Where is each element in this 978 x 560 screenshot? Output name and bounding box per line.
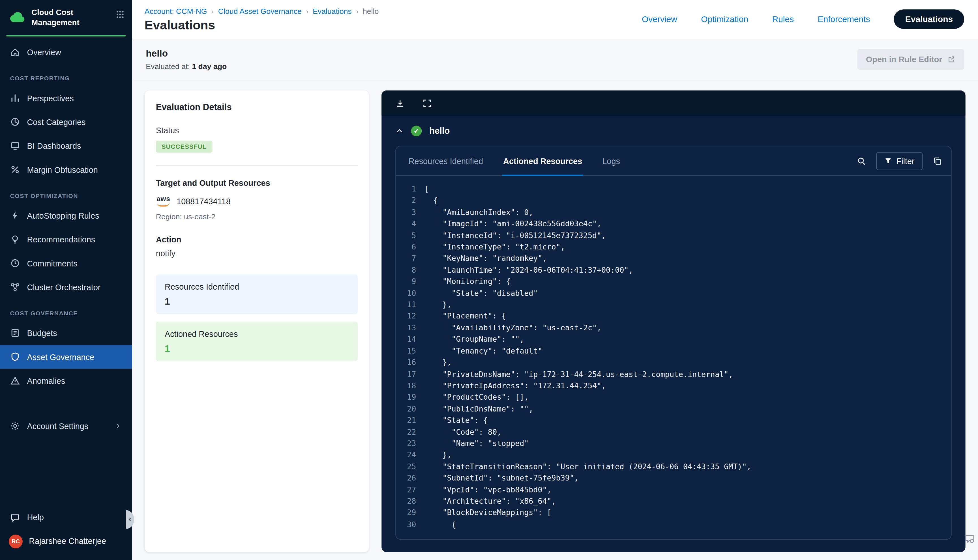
- code-line: 14 "GroupName": "",: [396, 334, 951, 345]
- evaluated-at-value: 1 day ago: [192, 62, 227, 71]
- code-line: 10 "State": "disabled": [396, 288, 951, 299]
- line-content: "PublicDnsName": "",: [424, 403, 533, 415]
- target-resources-label: Target and Output Resources: [156, 178, 358, 188]
- module-switcher-icon[interactable]: [116, 10, 125, 19]
- line-content: "Code": 80,: [424, 426, 501, 438]
- line-number: 15: [396, 345, 416, 357]
- line-content: "Architecture": "x86_64",: [424, 495, 556, 507]
- nav-link-optimization[interactable]: Optimization: [701, 15, 748, 24]
- code-line: 11 },: [396, 299, 951, 310]
- sidebar-item-autostopping-rules[interactable]: AutoStopping Rules: [0, 203, 132, 227]
- sidebar-item-label: Asset Governance: [27, 352, 95, 362]
- tab-resources-identified[interactable]: Resources Identified: [407, 147, 484, 175]
- code-line: 1[: [396, 183, 951, 195]
- aws-account-row: aws 108817434118: [156, 195, 358, 207]
- tab-logs[interactable]: Logs: [601, 147, 621, 175]
- sidebar-item-account-settings[interactable]: Account Settings: [0, 414, 132, 438]
- copy-icon[interactable]: [933, 156, 942, 165]
- open-rule-editor-label: Open in Rule Editor: [866, 55, 942, 64]
- support-chat-icon[interactable]: [964, 533, 975, 544]
- line-content: "ImageId": "ami-002438e556dd03e4c",: [424, 218, 601, 230]
- search-icon[interactable]: [857, 156, 866, 165]
- line-content: "VpcId": "vpc-bb845bd0",: [424, 484, 551, 495]
- line-content: "InstanceType": "t2.micro",: [424, 241, 565, 253]
- sidebar-item-budgets[interactable]: Budgets: [0, 321, 132, 345]
- section-label-cost-reporting: COST REPORTING: [0, 64, 132, 86]
- nav-link-rules[interactable]: Rules: [772, 15, 794, 24]
- stat-value: 1: [165, 343, 349, 354]
- fullscreen-icon[interactable]: [422, 98, 432, 108]
- code-line: 30 {: [396, 519, 951, 530]
- line-content: "PrivateIpAddress": "172.31.44.254",: [424, 380, 606, 392]
- line-number: 17: [396, 368, 416, 380]
- sidebar-item-perspectives[interactable]: Perspectives: [0, 86, 132, 110]
- line-content: },: [424, 449, 451, 461]
- evaluation-details-card: Evaluation Details Status SUCCESSFUL Tar…: [145, 90, 369, 552]
- breadcrumb-governance[interactable]: Cloud Asset Governance: [218, 7, 302, 15]
- code-line: 27 "VpcId": "vpc-bb845bd0",: [396, 484, 951, 495]
- sidebar-item-label: Cost Categories: [27, 117, 86, 127]
- sidebar-item-margin-obfuscation[interactable]: Margin Obfuscation: [0, 158, 132, 182]
- code-line: 18 "PrivateIpAddress": "172.31.44.254",: [396, 380, 951, 392]
- sidebar: Cloud Cost Management Overview COST REPO…: [0, 0, 132, 560]
- download-icon[interactable]: [396, 98, 405, 108]
- nav-link-enforcements[interactable]: Enforcements: [818, 15, 870, 24]
- nav-link-evaluations-active[interactable]: Evaluations: [894, 9, 964, 29]
- status-badge: SUCCESSFUL: [156, 141, 212, 153]
- viewer-tab-actions: Filter: [857, 152, 942, 170]
- sidebar-item-bi-dashboards[interactable]: BI Dashboards: [0, 134, 132, 158]
- open-rule-editor-button[interactable]: Open in Rule Editor: [857, 49, 964, 70]
- sidebar-item-overview[interactable]: Overview: [0, 40, 132, 64]
- budget-doc-icon: [10, 328, 20, 338]
- chevron-up-icon[interactable]: [396, 127, 404, 135]
- breadcrumb-evaluations[interactable]: Evaluations: [313, 7, 352, 15]
- line-number: 22: [396, 426, 416, 438]
- module-nav: Overview Optimization Rules Enforcements…: [642, 9, 964, 29]
- card-divider: [156, 165, 358, 166]
- filter-button[interactable]: Filter: [876, 152, 923, 170]
- module-accent-divider: [6, 35, 126, 37]
- code-line: 8 "LaunchTime": "2024-06-06T04:41:37+00:…: [396, 265, 951, 276]
- line-number: 19: [396, 392, 416, 403]
- line-number: 4: [396, 218, 416, 230]
- filter-label: Filter: [896, 156, 915, 165]
- line-number: 14: [396, 334, 416, 345]
- code-line: 6 "InstanceType": "t2.micro",: [396, 241, 951, 253]
- sidebar-item-recommendations[interactable]: Recommendations: [0, 228, 132, 252]
- app-title: Cloud Cost Management: [32, 8, 97, 28]
- sidebar-item-asset-governance[interactable]: Asset Governance: [0, 345, 132, 369]
- code-block[interactable]: 1[2 {3 "AmiLaunchIndex": 0,4 "ImageId": …: [396, 176, 951, 539]
- tab-actioned-resources[interactable]: Actioned Resources: [502, 147, 584, 175]
- sidebar-item-cluster-orchestrator[interactable]: Cluster Orchestrator: [0, 275, 132, 299]
- line-content: "KeyName": "randomkey",: [424, 253, 547, 265]
- sidebar-nav: Overview COST REPORTING Perspectives Cos…: [0, 40, 132, 438]
- code-line: 12 "Placement": {: [396, 310, 951, 322]
- line-number: 6: [396, 241, 416, 253]
- viewer-toolbar: [381, 90, 965, 116]
- line-content: "Placement": {: [424, 310, 506, 322]
- line-content: },: [424, 299, 451, 310]
- sidebar-item-label: Account Settings: [27, 422, 88, 431]
- line-number: 30: [396, 519, 416, 530]
- clock-icon: [10, 258, 20, 268]
- line-number: 2: [396, 195, 416, 207]
- nav-link-overview[interactable]: Overview: [642, 15, 677, 24]
- sidebar-item-commitments[interactable]: Commitments: [0, 252, 132, 275]
- help-button[interactable]: Help: [0, 506, 132, 528]
- region-text: Region: us-east-2: [156, 212, 358, 221]
- help-label: Help: [27, 512, 44, 522]
- gear-icon: [10, 421, 20, 431]
- user-menu[interactable]: RC Rajarshee Chatterjee: [0, 528, 132, 554]
- line-number: 13: [396, 322, 416, 334]
- sidebar-item-cost-categories[interactable]: Cost Categories: [0, 110, 132, 134]
- evaluation-subheader: hello Evaluated at: 1 day ago Open in Ru…: [132, 39, 978, 81]
- line-content: "Monitoring": {: [424, 276, 511, 288]
- line-number: 11: [396, 299, 416, 310]
- breadcrumb-account[interactable]: Account: CCM-NG: [145, 7, 207, 15]
- line-number: 28: [396, 495, 416, 507]
- actioned-resources-stat: Actioned Resources 1: [156, 322, 358, 361]
- funnel-icon: [885, 157, 892, 165]
- code-line: 19 "ProductCodes": [],: [396, 392, 951, 403]
- sidebar-item-anomalies[interactable]: Anomalies: [0, 369, 132, 393]
- avatar: RC: [9, 534, 23, 548]
